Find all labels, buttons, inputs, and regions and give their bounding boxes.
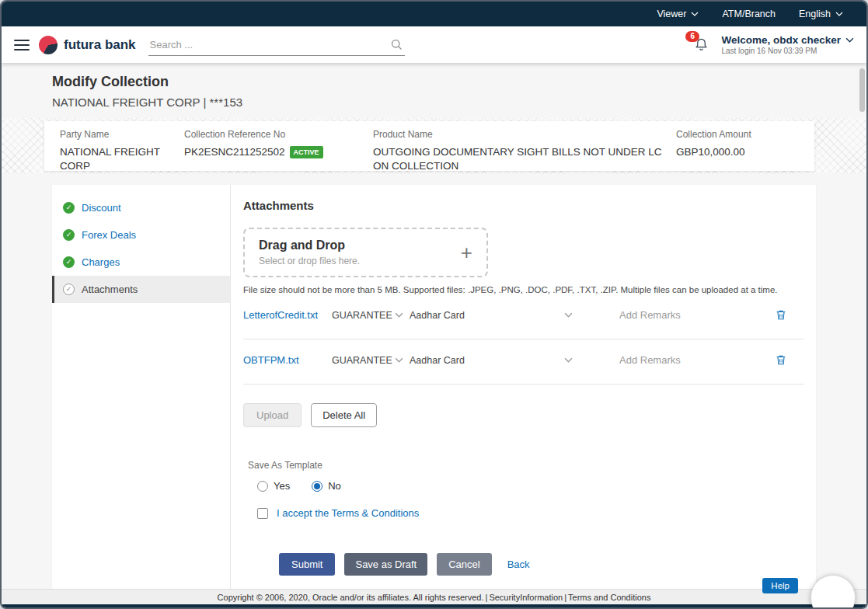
scrollbar-thumb[interactable] (859, 68, 865, 112)
file-link[interactable]: OBTFPM.txt (243, 354, 332, 366)
check-circle-icon (63, 202, 75, 214)
doc-type-select[interactable]: Aadhar Card (410, 310, 573, 321)
delete-file-button[interactable] (775, 308, 787, 322)
summary-card: Party Name NATIONAL FREIGHT CORP Collect… (44, 121, 814, 171)
reference-number: PK2ESNC211252502 (184, 146, 285, 158)
window-frame-bottom (2, 604, 866, 607)
category-select[interactable]: GUARANTEE (332, 310, 403, 321)
attachment-row: OBTFPM.txt GUARANTEE Aadhar Card (243, 339, 804, 385)
delete-file-button[interactable] (775, 353, 787, 367)
summary-field-party-name: Party Name NATIONAL FREIGHT CORP (60, 129, 184, 163)
last-login: Last login 16 Nov 03:39 PM (721, 47, 854, 55)
category-value: GUARANTEE (332, 310, 392, 321)
back-link[interactable]: Back (507, 559, 530, 570)
dropzone-text: Drag and Drop Select or drop files here. (259, 238, 360, 266)
file-actions-row: Upload Delete All (243, 403, 804, 427)
status-badge: ACTIVE (290, 146, 323, 158)
summary-strip: Party Name NATIONAL FREIGHT CORP Collect… (2, 118, 866, 174)
terms-link[interactable]: I accept the Terms & Conditions (277, 507, 419, 519)
terms-checkbox[interactable] (257, 508, 268, 519)
trash-icon (775, 308, 787, 322)
chat-widget-button[interactable] (810, 575, 856, 609)
help-button[interactable]: Help (762, 578, 798, 593)
notification-count-badge: 6 (685, 31, 699, 42)
user-area: Welcome, obdx checker Last login 16 Nov … (721, 34, 854, 55)
sidebar-item-forex-deals[interactable]: Forex Deals (52, 221, 230, 249)
radio-yes-control[interactable] (257, 481, 268, 492)
terms-row: I accept the Terms & Conditions (257, 507, 804, 519)
terms-and-conditions-link[interactable]: Terms and Conditions (568, 593, 650, 602)
copyright-text: Copyright © 2006, 2020, Oracle and/or it… (218, 593, 484, 602)
header-right: 6 Welcome, obdx checker Last login 16 No… (694, 34, 854, 55)
summary-field-product-name: Product Name OUTGOING DOCUMENTARY SIGHT … (373, 129, 676, 163)
notifications-button[interactable]: 6 (694, 35, 709, 55)
field-label: Collection Reference No (184, 129, 365, 140)
remarks-input[interactable] (619, 309, 720, 321)
brand-logo[interactable]: futura bank (39, 36, 136, 54)
atm-branch-label: ATM/Branch (722, 9, 776, 19)
viewer-label: Viewer (657, 9, 686, 19)
chevron-down-icon (564, 357, 573, 363)
footer-bar: Copyright © 2006, 2020, Oracle and/or it… (2, 589, 866, 604)
remarks-input[interactable] (619, 354, 720, 366)
radio-yes[interactable]: Yes (257, 480, 290, 492)
page-subtitle: NATIONAL FREIGHT CORP | ***153 (52, 96, 866, 109)
language-dropdown[interactable]: English (799, 9, 843, 19)
page-head: Modify Collection NATIONAL FREIGHT CORP … (2, 63, 866, 109)
file-link[interactable]: LetterofCredit.txt (243, 309, 332, 321)
field-value: GBP10,000.00 (676, 145, 791, 159)
radio-no[interactable]: No (312, 480, 341, 492)
radio-no-control[interactable] (312, 481, 322, 492)
field-value: OUTGOING DOCUMENTARY SIGHT BILLS NOT UND… (373, 145, 668, 173)
chevron-down-icon (691, 12, 699, 16)
brand-logo-icon (39, 36, 58, 54)
summary-field-reference-no: Collection Reference No PK2ESNC211252502… (184, 129, 373, 163)
file-dropzone[interactable]: Drag and Drop Select or drop files here.… (243, 228, 488, 277)
atm-branch-link[interactable]: ATM/Branch (722, 9, 776, 19)
search-icon[interactable] (390, 38, 403, 51)
doc-type-value: Aadhar Card (410, 310, 465, 321)
user-menu[interactable]: Welcome, obdx checker (721, 34, 854, 46)
form-actions: Submit Save as Draft Cancel Back (279, 553, 804, 576)
cancel-button[interactable]: Cancel (437, 553, 491, 576)
radio-no-label: No (328, 480, 341, 492)
doc-type-select[interactable]: Aadhar Card (410, 355, 573, 366)
sidebar-item-discount[interactable]: Discount (52, 194, 230, 221)
category-value: GUARANTEE (332, 355, 392, 366)
field-label: Party Name (60, 129, 176, 140)
summary-field-collection-amount: Collection Amount GBP10,000.00 (676, 129, 799, 163)
attachment-row: LetterofCredit.txt GUARANTEE Aadhar Card (243, 294, 804, 339)
field-label: Collection Amount (676, 129, 791, 140)
viewer-dropdown[interactable]: Viewer (657, 9, 699, 19)
separator: | (564, 593, 566, 602)
check-circle-icon (63, 229, 75, 241)
section-heading: Attachments (243, 199, 804, 212)
sidebar-item-charges[interactable]: Charges (52, 249, 230, 276)
trash-icon (775, 353, 787, 367)
attachments-panel: Attachments Drag and Drop Select or drop… (231, 185, 816, 594)
security-information-link[interactable]: SecurityInformation (489, 593, 563, 602)
welcome-label: Welcome, obdx checker (721, 34, 841, 46)
sidebar-item-label: Attachments (82, 284, 138, 295)
sidebar-item-label: Discount (82, 202, 121, 214)
top-utility-bar: Viewer ATM/Branch English (2, 2, 866, 26)
sidebar-item-attachments[interactable]: Attachments (52, 276, 230, 303)
upload-button[interactable]: Upload (243, 403, 302, 427)
separator: | (486, 593, 488, 602)
save-as-template-label: Save As Template (248, 460, 804, 471)
category-select[interactable]: GUARANTEE (332, 355, 403, 366)
save-as-draft-button[interactable]: Save as Draft (344, 553, 427, 576)
menu-icon[interactable] (14, 40, 30, 50)
search-input[interactable] (148, 34, 405, 55)
sidebar-item-label: Forex Deals (82, 229, 136, 241)
dropzone-title: Drag and Drop (259, 238, 360, 252)
steps-sidebar: Discount Forex Deals Charges Attachments (52, 185, 231, 594)
check-circle-outline-icon (63, 284, 75, 295)
chevron-down-icon (835, 12, 843, 16)
radio-yes-label: Yes (274, 480, 290, 492)
field-value: PK2ESNC211252502ACTIVE (184, 145, 365, 159)
submit-button[interactable]: Submit (279, 553, 335, 576)
delete-all-button[interactable]: Delete All (311, 403, 377, 427)
chevron-down-icon (845, 37, 854, 43)
app-window: Viewer ATM/Branch English futura bank 6 (0, 0, 868, 609)
